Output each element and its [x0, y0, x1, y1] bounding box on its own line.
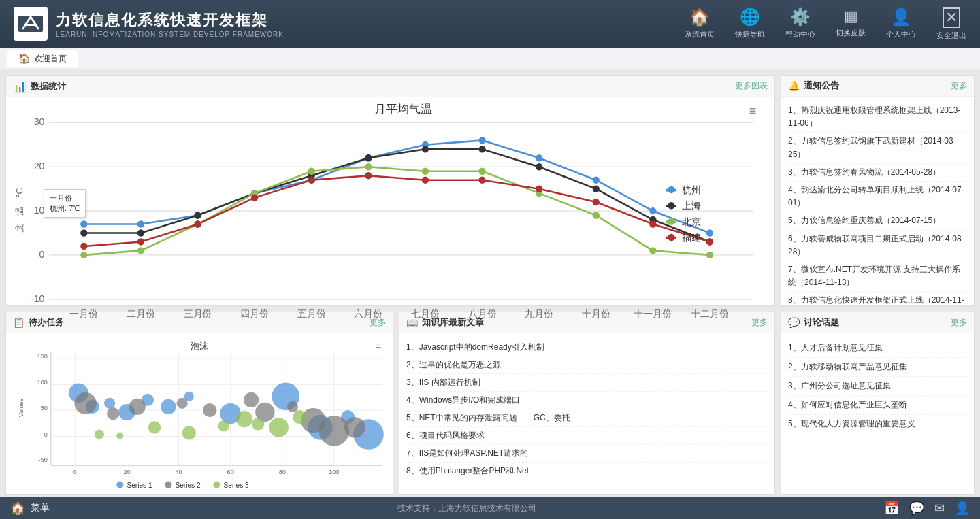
- nav-logout[interactable]: ✕ 安全退出: [936, 7, 966, 41]
- discuss-item-2[interactable]: 2、力软移动物联网产品意见征集: [788, 358, 967, 377]
- svg-text:六月份: 六月份: [354, 308, 382, 319]
- svg-text:七月份: 七月份: [411, 308, 440, 319]
- logo: 力软信息化系统快速开发框架 LEARUN INFOMATIZATION SYST…: [14, 7, 284, 41]
- user-icon: 👤: [891, 7, 911, 27]
- svg-point-150: [165, 482, 172, 488]
- svg-point-87: [668, 234, 674, 241]
- discussion-more[interactable]: 更多: [951, 317, 967, 329]
- line-chart-area: 一月份 杭州: 7℃ 30 20 10 0 -10 ℃ 温 度: [6, 97, 774, 360]
- gear-icon: ⚙️: [790, 7, 811, 27]
- notifications-header: 🔔 通知公告 更多: [781, 76, 974, 97]
- svg-text:60: 60: [227, 469, 234, 475]
- app-subtitle: LEARUN INFOMATIZATION SYSTEM DEVELOP FRA…: [56, 31, 284, 38]
- tabbar: 🏠 欢迎首页: [0, 48, 980, 69]
- svg-point-60: [478, 168, 485, 175]
- mail-icon[interactable]: ✉: [934, 501, 945, 516]
- svg-text:福建: 福建: [682, 232, 701, 243]
- kb-item-5[interactable]: 5、NET中常见的内存泄露问题——GC、委托: [406, 409, 768, 427]
- svg-point-47: [422, 146, 429, 152]
- nav-help[interactable]: ⚙️ 帮助中心: [785, 7, 815, 41]
- notif-item-2[interactable]: 2、力软信息签约武钢旗下武新建材（2014-03-25）: [788, 133, 967, 163]
- footer-menu[interactable]: 🏠 菜单: [10, 501, 50, 516]
- svg-point-130: [129, 399, 146, 415]
- message-icon[interactable]: 💬: [909, 501, 924, 516]
- svg-text:三月份: 三月份: [184, 308, 212, 319]
- svg-point-132: [203, 403, 216, 417]
- svg-text:十一月份: 十一月份: [634, 308, 672, 319]
- data-stats-more[interactable]: 更多图表: [735, 80, 768, 92]
- svg-text:Series 1: Series 1: [127, 482, 152, 489]
- svg-text:20: 20: [123, 469, 130, 475]
- svg-point-67: [194, 220, 201, 227]
- svg-text:℃: ℃: [14, 188, 24, 198]
- tab-home-label: 欢迎首页: [34, 53, 67, 65]
- nav-logout-label: 安全退出: [936, 31, 966, 41]
- notifications-title: 🔔 通知公告: [788, 80, 951, 92]
- header: 力软信息化系统快速开发框架 LEARUN INFOMATIZATION SYST…: [0, 0, 980, 48]
- svg-point-40: [706, 229, 713, 236]
- svg-point-46: [365, 154, 372, 161]
- nav-profile-label: 个人中心: [886, 29, 916, 39]
- notifications-more[interactable]: 更多: [951, 80, 967, 92]
- svg-point-64: [706, 252, 713, 258]
- discuss-item-5[interactable]: 5、现代化人力资源管理的重要意义: [788, 415, 967, 433]
- kb-item-4[interactable]: 4、Windows异步I/O和完成端口: [406, 392, 768, 409]
- svg-point-43: [194, 212, 201, 218]
- svg-text:一月份: 一月份: [69, 308, 98, 319]
- nav-profile[interactable]: 👤 个人中心: [886, 7, 916, 41]
- bubble-chart-svg: 泡沫 ≡ 150 100 50 0 -50 Values: [10, 337, 389, 490]
- svg-point-129: [107, 407, 119, 420]
- svg-point-41: [80, 229, 87, 236]
- discuss-item-4[interactable]: 4、如何应对信息化产业巨头垄断: [788, 396, 967, 415]
- data-stats-title: 📊 数据统计: [13, 80, 735, 93]
- svg-point-37: [536, 154, 542, 161]
- notif-item-6[interactable]: 6、力软善威物联网项目二期正式启动（2014-08-28）: [788, 231, 967, 261]
- nav-help-label: 帮助中心: [785, 29, 815, 39]
- kb-item-3[interactable]: 3、IIS 内部运行机制: [406, 374, 768, 392]
- svg-point-76: [706, 238, 713, 245]
- svg-text:0: 0: [44, 431, 48, 438]
- nav-home-label: 系统首页: [685, 29, 715, 39]
- svg-point-139: [95, 429, 104, 439]
- kb-item-8[interactable]: 8、使用Phalanger整合PHP和.Net: [406, 463, 768, 480]
- svg-point-54: [137, 247, 144, 254]
- chat-icon: 💬: [788, 317, 800, 328]
- notif-item-5[interactable]: 5、力软信息签约重庆善威（2014-07-15）: [788, 212, 967, 230]
- svg-text:20: 20: [34, 161, 45, 171]
- svg-point-70: [365, 172, 372, 179]
- svg-text:泡沫: 泡沫: [191, 341, 208, 351]
- tab-home[interactable]: 🏠 欢迎首页: [7, 50, 78, 67]
- svg-text:150: 150: [37, 353, 48, 360]
- svg-text:十月份: 十月份: [582, 308, 610, 319]
- kb-item-7[interactable]: 7、IIS是如何处理ASP.NET请求的: [406, 445, 768, 463]
- svg-point-78: [668, 186, 674, 193]
- svg-text:10: 10: [34, 205, 45, 216]
- svg-point-133: [244, 392, 259, 407]
- nav-shortcut[interactable]: 🌐 快捷导航: [735, 7, 765, 41]
- notif-item-4[interactable]: 4、韵达渝北分公司转单项目顺利上线（2014-07-01）: [788, 182, 967, 212]
- bell-icon: 🔔: [788, 80, 800, 91]
- discuss-item-3[interactable]: 3、广州分公司选址意见征集: [788, 377, 967, 396]
- svg-text:北京: 北京: [682, 216, 701, 227]
- svg-text:40: 40: [175, 469, 182, 475]
- notif-item-8[interactable]: 8、力软信息化快速开发框架正式上线（2014-11-16）: [788, 292, 967, 305]
- notif-item-1[interactable]: 1、热烈庆祝通用权限管理系统框架上线（2013-11-06）: [788, 102, 967, 133]
- svg-point-63: [649, 247, 656, 254]
- contacts-icon[interactable]: 👤: [955, 501, 970, 516]
- kb-item-6[interactable]: 6、项目代码风格要求: [406, 427, 768, 445]
- discuss-item-1[interactable]: 1、人才后备计划意见征集: [788, 339, 967, 358]
- svg-text:-10: -10: [31, 293, 45, 304]
- svg-point-140: [116, 432, 123, 439]
- svg-point-39: [649, 207, 656, 214]
- notif-item-7[interactable]: 7、微软宣布.NET开发环境开源 支持三大操作系统（2014-11-13）: [788, 261, 967, 292]
- nav-home[interactable]: 🏠 系统首页: [685, 7, 715, 41]
- svg-point-148: [116, 482, 123, 488]
- app-title: 力软信息化系统快速开发框架: [56, 10, 284, 31]
- calendar-icon[interactable]: 📅: [884, 501, 899, 516]
- nav-skin[interactable]: ▦ 切换皮肤: [836, 7, 866, 41]
- svg-point-84: [668, 218, 674, 224]
- svg-point-137: [319, 416, 350, 446]
- notif-item-3[interactable]: 3、力软信息签约春风物流（2014-05-28）: [788, 164, 967, 182]
- discussion-list: 1、人才后备计划意见征集 2、力软移动物联网产品意见征集 3、广州分公司选址意见…: [781, 333, 974, 439]
- bar-chart-icon: 📊: [13, 80, 27, 93]
